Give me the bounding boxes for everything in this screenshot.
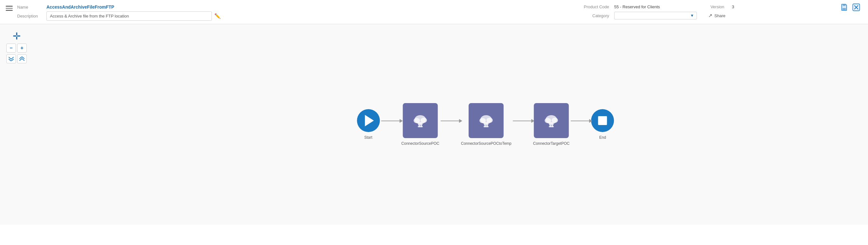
- save-button[interactable]: [840, 3, 848, 11]
- svg-rect-9: [418, 122, 423, 125]
- name-row: Name AccessAndArchiveFileFromFTP: [17, 4, 227, 9]
- zoom-row: − +: [6, 43, 27, 53]
- description-box: ✏️: [46, 11, 221, 21]
- connector-target-poc-label: ConnectorTargetPOC: [533, 141, 570, 146]
- svg-rect-2: [842, 8, 846, 10]
- top-bar: Name AccessAndArchiveFileFromFTP Descrip…: [0, 0, 868, 24]
- svg-rect-26: [549, 126, 554, 127]
- product-code-label: Product Code: [574, 4, 609, 9]
- start-node: Start: [357, 109, 380, 140]
- header-fields: Name AccessAndArchiveFileFromFTP Descrip…: [17, 4, 860, 21]
- product-code-version-row: Product Code 55 - Reserved for Clients V…: [574, 4, 860, 9]
- arrow-line-1: [381, 121, 400, 121]
- arrow-line-3: [513, 121, 532, 121]
- description-label: Description: [17, 14, 42, 19]
- workflow-diagram: Start ConnectorSourcePOC: [357, 103, 614, 146]
- cloud-plug-icon-1: [412, 113, 429, 128]
- arrow-3: [513, 121, 532, 121]
- description-input[interactable]: [46, 11, 212, 21]
- meta-section: Product Code 55 - Reserved for Clients V…: [574, 4, 860, 21]
- svg-rect-19: [484, 126, 489, 127]
- start-label: Start: [364, 135, 372, 140]
- svg-point-22: [552, 118, 558, 123]
- move-icon[interactable]: ✛: [13, 31, 21, 42]
- connector-source-poc-to-temp-box[interactable]: [469, 103, 504, 138]
- arrow-4: [571, 121, 590, 121]
- end-label: End: [599, 135, 606, 140]
- connector-source-poc-box[interactable]: [403, 103, 438, 138]
- top-right-icons: [840, 3, 860, 11]
- version-value: 3: [732, 4, 734, 9]
- collapse-row: [6, 54, 27, 63]
- dropdown-arrow-icon: ▼: [690, 13, 694, 18]
- cloud-plug-icon-3: [542, 113, 560, 128]
- arrow-line-2: [440, 121, 460, 121]
- svg-rect-16: [484, 122, 489, 125]
- end-circle[interactable]: [591, 109, 614, 132]
- share-button[interactable]: ↗ Share: [708, 13, 725, 19]
- share-label: Share: [714, 13, 725, 18]
- arrow-line-4: [571, 121, 590, 121]
- svg-point-8: [421, 118, 427, 123]
- category-label: Category: [574, 13, 609, 18]
- svg-rect-1: [843, 4, 846, 6]
- share-icon: ↗: [708, 13, 712, 19]
- connector-source-poc-to-temp-label: ConnectorSourcePOCtoTemp: [461, 141, 512, 146]
- connector-source-poc-node: ConnectorSourcePOC: [401, 103, 439, 146]
- stop-square-icon: [598, 116, 607, 125]
- zoom-in-button[interactable]: +: [17, 43, 27, 53]
- description-row: Description ✏️: [17, 11, 227, 21]
- name-description-group: Name AccessAndArchiveFileFromFTP Descrip…: [17, 4, 227, 21]
- collapse-up-button[interactable]: [17, 54, 27, 63]
- connector-source-poc-to-temp-node: ConnectorSourcePOCtoTemp: [461, 103, 512, 146]
- name-value: AccessAndArchiveFileFromFTP: [46, 4, 114, 9]
- close-button[interactable]: [852, 3, 860, 11]
- edit-description-icon[interactable]: ✏️: [214, 13, 221, 19]
- zoom-controls: ✛ − +: [6, 31, 27, 63]
- connector-source-poc-label: ConnectorSourcePOC: [401, 141, 439, 146]
- play-triangle-icon: [365, 115, 374, 126]
- cloud-plug-icon-2: [478, 113, 495, 128]
- category-share-row: Category ▼ ↗ Share: [574, 12, 860, 20]
- hamburger-menu-button[interactable]: [4, 4, 14, 12]
- collapse-down-button[interactable]: [6, 54, 16, 63]
- start-circle[interactable]: [357, 109, 380, 132]
- zoom-out-button[interactable]: −: [6, 43, 16, 53]
- end-node: End: [591, 109, 614, 140]
- connector-target-poc-box[interactable]: [534, 103, 569, 138]
- svg-point-15: [487, 118, 493, 123]
- svg-rect-12: [418, 126, 423, 127]
- canvas-area: ✛ − + Star: [0, 24, 868, 225]
- arrow-2: [440, 121, 460, 121]
- category-dropdown[interactable]: ▼: [614, 12, 697, 20]
- arrow-1: [381, 121, 400, 121]
- version-label: Version: [702, 4, 724, 9]
- svg-rect-23: [549, 122, 553, 125]
- connector-target-poc-node: ConnectorTargetPOC: [533, 103, 570, 146]
- product-code-value: 55 - Reserved for Clients: [614, 4, 697, 9]
- name-label: Name: [17, 5, 42, 9]
